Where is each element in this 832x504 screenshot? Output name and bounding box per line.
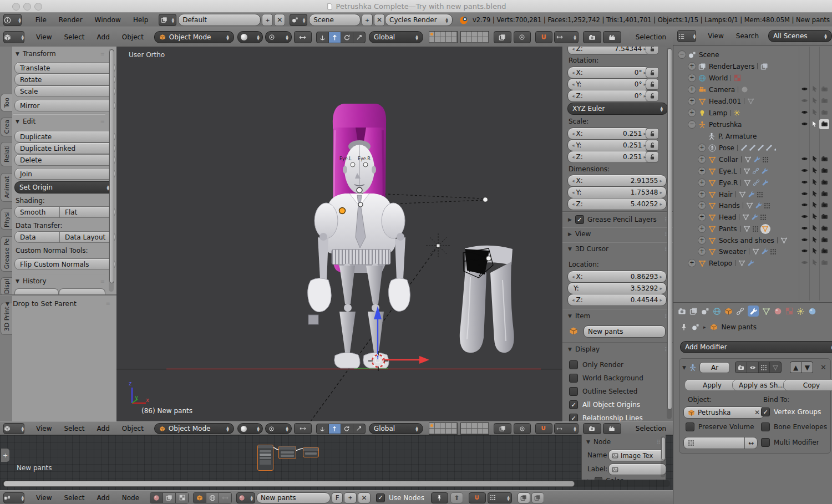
world-context-icon[interactable] — [713, 307, 721, 315]
rotation-z-field[interactable]: ◂Z:0°▸ — [567, 90, 651, 102]
add-modifier-dropdown[interactable]: Add Modifier▲▼ — [680, 341, 832, 353]
only-render-row[interactable]: Only Render — [569, 360, 623, 369]
outliner-row-pants[interactable]: + Pants — [674, 223, 831, 235]
outliner-row-sweater[interactable]: + Sweater — [674, 246, 831, 257]
tab-relations[interactable]: Relati — [1, 142, 12, 166]
panel-grip-icon[interactable]: ≡ — [106, 301, 111, 307]
translate-button[interactable]: Translate — [14, 62, 115, 74]
select-toggle[interactable] — [811, 201, 818, 208]
pivot-point-selector[interactable]: ▲▼ — [265, 31, 292, 43]
lock-icon-button[interactable] — [646, 90, 659, 101]
render-toggle[interactable] — [821, 236, 828, 243]
layer-grid-2[interactable] — [460, 31, 489, 43]
dimension-x-field[interactable]: ◂X:2.91355▸ — [567, 175, 667, 187]
flip-custom-normals-button[interactable]: Flip Custom Normals — [14, 258, 115, 270]
opengl-render-button[interactable] — [583, 423, 601, 434]
eye-toggle[interactable] — [801, 179, 808, 186]
outliner-row-eye-l[interactable]: + Eye.L — [674, 165, 831, 177]
world-shader-toggle[interactable] — [206, 492, 219, 503]
panel-edit-header[interactable]: ▼ Edit ≡ — [16, 118, 105, 125]
mirror-button[interactable]: Mirror — [14, 100, 115, 111]
lineart-shader-toggle[interactable] — [219, 492, 232, 503]
data-layout-button[interactable]: Data Layout — [59, 231, 115, 243]
particles-context-icon[interactable] — [797, 307, 805, 315]
node-panel-scrollbar[interactable] — [661, 436, 665, 477]
menu-render[interactable]: Render — [53, 16, 89, 24]
node-name-field[interactable]: Image Tex — [608, 450, 666, 461]
menu-add[interactable]: Add — [91, 425, 116, 432]
viewport-shading-button[interactable]: ▲▼ — [237, 31, 263, 43]
proportional-edit-toggle[interactable] — [514, 31, 531, 43]
render-engine-selector[interactable]: Cycles Render ▲▼ — [385, 14, 453, 26]
add-layout-button[interactable]: ＋ — [262, 14, 273, 26]
opengl-render-button[interactable] — [583, 31, 601, 43]
use-nodes-checkbox[interactable] — [376, 493, 385, 502]
proportional-edit-toggle[interactable] — [514, 423, 531, 434]
modifier-editmode-toggle[interactable] — [759, 362, 770, 373]
image-texture-node[interactable] — [257, 445, 273, 471]
mode-selector[interactable]: Object Mode ▲▼ — [154, 31, 234, 43]
transform-orientation-selector[interactable]: Global ▲▼ — [369, 31, 423, 43]
render-toggle[interactable] — [821, 201, 828, 208]
node-menu-node[interactable]: Node — [116, 494, 145, 502]
menu-select[interactable]: Select — [58, 425, 90, 432]
layer-grid-1[interactable] — [429, 31, 458, 43]
panel-transform-header[interactable]: ▼ Transform ≡ — [16, 50, 105, 58]
material-preview-button[interactable]: ▲▼ — [236, 492, 255, 503]
expand-toggle[interactable]: + — [698, 225, 706, 233]
outliner-row-hair[interactable]: + Hair — [674, 189, 831, 200]
physics-context-icon[interactable] — [808, 307, 816, 315]
outliner-row-camera[interactable]: + Camera — [674, 84, 831, 95]
outline-selected-row[interactable]: Outline Selected — [569, 387, 637, 396]
world-background-checkbox[interactable] — [569, 374, 578, 383]
move-modifier-down-button[interactable]: ▼ — [801, 362, 813, 373]
texture-context-icon[interactable] — [785, 307, 793, 315]
renderlayers-context-icon[interactable] — [689, 307, 698, 315]
eye-toggle[interactable] — [801, 190, 808, 197]
editor-type-info-button[interactable]: ▲▼ — [3, 14, 22, 26]
move-modifier-up-button[interactable]: ▲ — [790, 362, 802, 373]
expand-toggle[interactable]: + — [688, 109, 696, 117]
delete-button[interactable]: Delete — [14, 154, 115, 166]
outliner-row-pose[interactable]: + Pose — [674, 142, 831, 154]
only-render-checkbox[interactable] — [569, 360, 578, 369]
invert-vertex-group-button[interactable]: ↔ — [744, 437, 758, 449]
panel-grip-icon[interactable]: ≡ — [100, 51, 105, 57]
eye-toggle[interactable] — [801, 236, 808, 243]
manipulator-rotate-toggle[interactable] — [341, 424, 353, 434]
eye-toggle[interactable] — [801, 120, 808, 128]
opengl-render-anim-button[interactable] — [603, 31, 621, 43]
outliner-row-eye-r[interactable]: + Eye.R — [674, 177, 831, 189]
outliner-row-retopo[interactable]: + Retopo — [674, 257, 831, 269]
render-toggle[interactable] — [821, 259, 828, 266]
cursor-x-field[interactable]: ◂X:0.86293▸ — [567, 271, 667, 283]
tab-grease-pencil[interactable]: Grease Pe — [1, 236, 12, 272]
snap-element-selector[interactable]: ▲▼ — [554, 31, 579, 43]
vertex-group-filter-field[interactable] — [683, 437, 753, 449]
lock-icon-button[interactable] — [646, 67, 659, 78]
display-panel-header[interactable]: ▼ Display ⠿ — [568, 345, 669, 353]
apply-as-shape-button[interactable]: Apply as Sh... — [732, 379, 791, 391]
layer-grid-1[interactable] — [429, 422, 458, 435]
lock-to-scene-toggle[interactable] — [494, 423, 511, 434]
expand-toggle[interactable]: + — [698, 167, 706, 175]
menu-object[interactable]: Object — [116, 33, 150, 41]
vertex-groups-row[interactable]: Vertex Groups — [761, 408, 821, 416]
expand-toggle[interactable]: + — [688, 85, 696, 94]
toolshelf-scrollbar[interactable] — [109, 49, 114, 292]
outliner-row-hands[interactable]: + Hands — [674, 200, 831, 211]
collapse-toggle[interactable]: − — [688, 120, 696, 129]
shader-node[interactable] — [278, 446, 296, 459]
render-toggle[interactable] — [821, 120, 828, 128]
menu-view[interactable]: View — [30, 425, 58, 432]
menu-view[interactable]: View — [30, 33, 58, 41]
lock-icon-button[interactable] — [646, 79, 659, 90]
expand-toggle[interactable]: + — [698, 247, 706, 256]
bone-envelopes-checkbox[interactable] — [761, 422, 770, 431]
select-toggle[interactable] — [811, 97, 818, 104]
node-editor-canvas[interactable]: New pants + — [0, 435, 673, 491]
render-toggle[interactable] — [821, 225, 828, 232]
eye-toggle[interactable] — [801, 259, 808, 266]
select-toggle[interactable] — [811, 259, 818, 266]
world-background-row[interactable]: World Background — [569, 374, 643, 383]
